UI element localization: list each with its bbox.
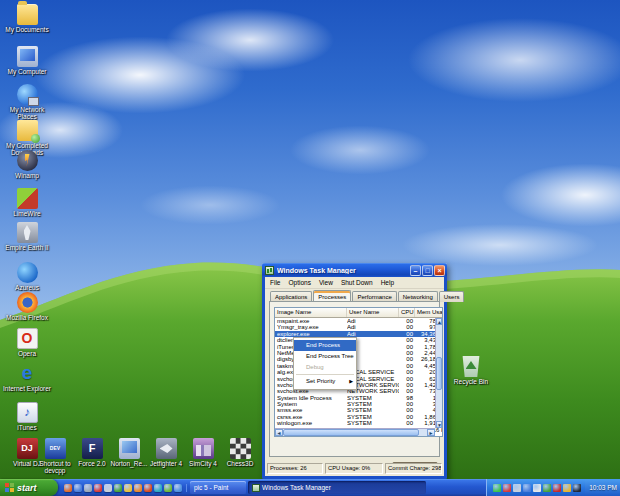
column-header-image-name[interactable]: Image Name xyxy=(275,308,347,317)
task-manager-icon xyxy=(252,484,260,492)
desktop-icon-firefox[interactable]: Mozilla Firefox xyxy=(2,292,52,321)
menu-item-view[interactable]: View xyxy=(315,278,337,287)
quicklaunch-messenger-icon[interactable] xyxy=(114,484,122,492)
tray-messenger-icon[interactable] xyxy=(503,484,511,492)
desktop-icon-game-statue[interactable]: Empire Earth II xyxy=(2,222,52,251)
desktop-icon-limewire[interactable]: LimeWire xyxy=(2,188,52,217)
desktop-icon-recycle-bin[interactable]: Recycle Bin xyxy=(446,356,496,385)
desktop-icon-my-documents[interactable]: My Documents xyxy=(2,4,52,33)
desktop-icon-label: Norton_Re... xyxy=(110,460,148,467)
quick-launch-bar xyxy=(58,484,187,492)
taskbar-button-pic-5-paint[interactable]: pic 5 - Paint xyxy=(190,481,246,494)
desktop-icon-chess3d[interactable]: Chess3D xyxy=(221,438,259,467)
maximize-button[interactable]: □ xyxy=(422,265,433,276)
desktop-icon-devcpp[interactable]: DEVShortcut to devcpp xyxy=(36,438,74,474)
quicklaunch-winamp-icon[interactable] xyxy=(124,484,132,492)
icon-glyph: F xyxy=(82,438,103,459)
tray-antivirus-icon[interactable] xyxy=(493,484,501,492)
desktop-icon-my-computer[interactable]: My Computer xyxy=(2,46,52,75)
taskbar-button-windows-task-manager[interactable]: Windows Task Manager xyxy=(248,481,426,494)
quicklaunch-opera-icon[interactable] xyxy=(144,484,152,492)
quicklaunch-limewire-icon[interactable] xyxy=(164,484,172,492)
start-button[interactable]: start xyxy=(0,479,58,496)
vertical-scrollbar[interactable]: ▲ ▼ xyxy=(435,318,442,428)
desktop-icon-jetfighter[interactable]: Jetfighter 4 xyxy=(147,438,185,467)
azureus-icon xyxy=(17,262,38,283)
quicklaunch-show-desktop-icon[interactable] xyxy=(64,484,72,492)
desktop-icon-azureus[interactable]: Azureus xyxy=(2,262,52,291)
window-controls: –□× xyxy=(409,265,445,276)
tab-users[interactable]: Users xyxy=(439,291,465,302)
recycle-bin-icon xyxy=(461,356,482,377)
status-bar: Processes: 26 CPU Usage: 0% Commit Charg… xyxy=(267,463,442,474)
vertical-scroll-thumb[interactable] xyxy=(436,357,442,390)
internet-explorer-icon: e xyxy=(17,363,38,384)
limewire-icon xyxy=(17,188,38,209)
desktop-icon-winamp[interactable]: Winamp xyxy=(2,150,52,179)
horizontal-scroll-thumb[interactable] xyxy=(283,429,419,436)
tray-limewire-icon[interactable] xyxy=(563,484,571,492)
quicklaunch-itunes-icon[interactable] xyxy=(154,484,162,492)
desktop-icon-label: Chess3D xyxy=(221,460,259,467)
scroll-right-icon[interactable]: ► xyxy=(427,429,435,436)
windows-flag-icon xyxy=(5,483,14,492)
menu-item-options[interactable]: Options xyxy=(284,278,314,287)
quicklaunch-firefox-icon[interactable] xyxy=(134,484,142,492)
menu-item-help[interactable]: Help xyxy=(377,278,398,287)
column-header-user-name[interactable]: User Name xyxy=(347,308,399,317)
task-button-label: pic 5 - Paint xyxy=(194,484,228,491)
quicklaunch-paint-icon[interactable] xyxy=(174,484,182,492)
desktop-icon-itunes[interactable]: ♪iTunes xyxy=(2,402,52,431)
minimize-button[interactable]: – xyxy=(410,265,421,276)
desktop-icon-simcity[interactable]: SimCity 4 xyxy=(184,438,222,467)
simcity-icon xyxy=(193,438,214,459)
tray-update-icon[interactable] xyxy=(533,484,541,492)
tray-network-icon[interactable] xyxy=(523,484,531,492)
context-menu-item-end-process-tree[interactable]: End Process Tree xyxy=(294,351,356,362)
horizontal-scrollbar[interactable]: ◄ ► xyxy=(275,428,435,436)
firefox-icon xyxy=(17,292,38,313)
menu-item-file[interactable]: File xyxy=(266,278,284,287)
scroll-down-icon[interactable]: ▼ xyxy=(436,421,442,428)
column-header-mem-usage[interactable]: Mem Usage xyxy=(415,308,443,317)
devcpp-icon: DEV xyxy=(45,438,66,459)
title-bar[interactable]: Windows Task Manager –□× xyxy=(262,263,447,277)
tray-digsby-icon[interactable] xyxy=(553,484,561,492)
quicklaunch-media-player-icon[interactable] xyxy=(94,484,102,492)
quicklaunch-ie-icon[interactable] xyxy=(74,484,82,492)
norton-icon xyxy=(119,438,140,459)
quicklaunch-explorer-icon[interactable] xyxy=(84,484,92,492)
desktop-icon-label: My Network Places xyxy=(2,106,52,120)
quicklaunch-outlook-icon[interactable] xyxy=(104,484,112,492)
context-menu-item-set-priority[interactable]: Set Priority▶ xyxy=(294,376,356,387)
desktop-icon-internet-explorer[interactable]: eInternet Explorer xyxy=(2,363,52,392)
desktop-icon-label: Jetfighter 4 xyxy=(147,460,185,467)
my-documents-icon xyxy=(17,4,38,25)
icon-glyph: DJ xyxy=(17,438,38,459)
close-button[interactable]: × xyxy=(434,265,445,276)
desktop-icon-label: Recycle Bin xyxy=(446,378,496,385)
jetfighter-icon xyxy=(156,438,177,459)
scroll-up-icon[interactable]: ▲ xyxy=(436,318,442,325)
task-manager-icon xyxy=(265,266,274,275)
tray-itunes-icon[interactable] xyxy=(543,484,551,492)
scroll-left-icon[interactable]: ◄ xyxy=(275,429,283,436)
menu-item-shut-down[interactable]: Shut Down xyxy=(337,278,377,287)
task-buttons: pic 5 - PaintWindows Task Manager xyxy=(187,479,486,496)
icon-glyph: e xyxy=(17,363,38,384)
tab-processes[interactable]: Processes xyxy=(313,290,351,301)
tray-volume-icon[interactable] xyxy=(513,484,521,492)
desktop-icon-label: iTunes xyxy=(2,424,52,431)
menu-bar: FileOptionsViewShut DownHelp xyxy=(265,277,444,289)
context-menu-item-debug: Debug xyxy=(294,362,356,373)
desktop-icon-norton[interactable]: Norton_Re... xyxy=(110,438,148,467)
desktop-icon-my-network-places[interactable]: My Network Places xyxy=(2,84,52,120)
column-header-cpu[interactable]: CPU xyxy=(399,308,415,317)
taskbar-clock[interactable]: 10:03 PM xyxy=(585,479,620,496)
my-network-places-icon xyxy=(17,84,38,105)
force-icon: F xyxy=(82,438,103,459)
tray-firewall-icon[interactable] xyxy=(573,484,581,492)
context-menu-item-end-process[interactable]: End Process xyxy=(294,340,356,351)
desktop-icon-opera[interactable]: OOpera xyxy=(2,328,52,357)
desktop-icon-force[interactable]: FForce 2.0 xyxy=(73,438,111,467)
